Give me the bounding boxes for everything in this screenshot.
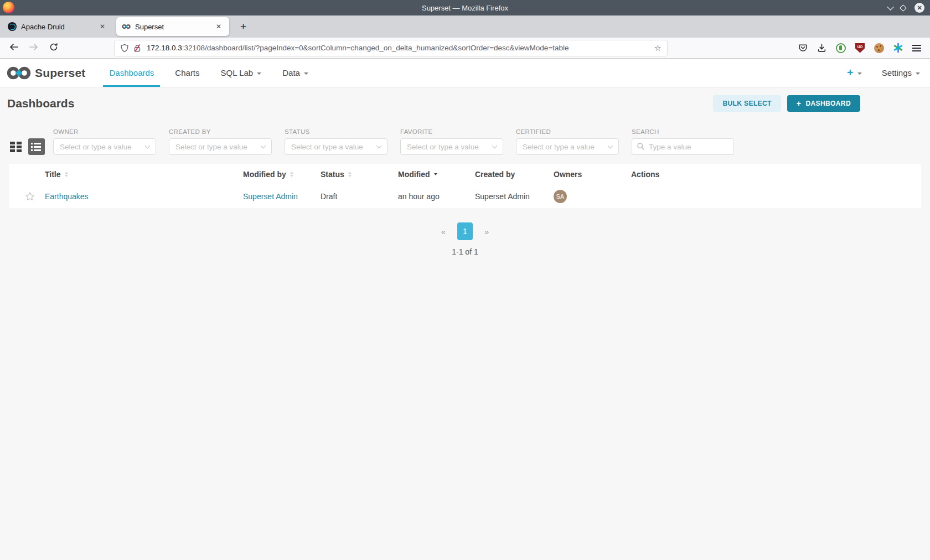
colorful-asterisk-icon[interactable]	[893, 43, 903, 53]
filter-label-created-by: CREATED BY	[169, 128, 272, 135]
brand-name: Superset	[35, 66, 85, 80]
chevron-down-icon	[916, 72, 920, 75]
pocket-icon[interactable]	[798, 43, 808, 53]
card-view-icon[interactable]	[10, 142, 22, 152]
tab-label: Superset	[135, 23, 164, 31]
tab-label: Apache Druid	[21, 23, 65, 31]
column-header-actions: Actions	[631, 170, 921, 179]
window-titlebar: Superset — Mozilla Firefox ✕	[0, 0, 930, 15]
main-nav: Dashboards Charts SQL Lab Data	[99, 59, 318, 87]
column-header-status[interactable]: Status	[321, 170, 398, 179]
page-title: Dashboards	[7, 97, 74, 110]
superset-brand[interactable]: Superset	[7, 66, 85, 80]
status-value: Draft	[321, 192, 398, 201]
url-bar[interactable]: 172.18.0.3:32108/dashboard/list/?pageInd…	[114, 40, 668, 56]
sort-desc-icon	[434, 173, 437, 175]
modified-value: an hour ago	[398, 192, 475, 201]
table-row: Earthquakes Superset Admin Draft an hour…	[9, 185, 921, 208]
tab-superset[interactable]: Superset ✕	[116, 17, 229, 36]
superset-favicon	[122, 22, 131, 31]
reload-icon[interactable]	[48, 43, 60, 54]
column-header-title[interactable]: Title	[45, 170, 243, 179]
filter-label-favorite: FAVORITE	[400, 128, 503, 135]
chevron-down-icon	[257, 72, 261, 75]
favorite-star-icon[interactable]	[25, 191, 35, 201]
sort-icon	[290, 172, 293, 177]
nav-data[interactable]: Data	[272, 59, 319, 87]
window-title: Superset — Mozilla Firefox	[0, 4, 930, 12]
ublock-origin-icon[interactable]: UO	[855, 43, 865, 53]
filter-label-status: STATUS	[285, 128, 388, 135]
owner-select[interactable]	[53, 138, 156, 155]
column-header-modified[interactable]: Modified	[398, 170, 475, 179]
superset-navbar: Superset Dashboards Charts SQL Lab Data …	[0, 59, 930, 87]
pagination-summary: 1-1 of 1	[0, 247, 930, 256]
created-by-value: Superset Admin	[475, 192, 554, 201]
settings-menu[interactable]: Settings	[882, 68, 920, 77]
downloads-icon[interactable]	[817, 43, 826, 53]
filter-label-search: SEARCH	[632, 128, 734, 135]
certified-select[interactable]	[516, 138, 619, 155]
bookmark-star-icon[interactable]: ☆	[654, 43, 662, 53]
pagination-page-1[interactable]: 1	[457, 222, 473, 240]
window-close-icon[interactable]: ✕	[914, 3, 924, 13]
created-by-select[interactable]	[169, 138, 272, 155]
plus-icon: +	[797, 99, 802, 108]
filter-label-certified: CERTIFIED	[516, 128, 619, 135]
tab-close-icon[interactable]: ✕	[214, 22, 224, 32]
chevron-down-icon	[304, 72, 308, 75]
browser-toolbar: 172.18.0.3:32108/dashboard/list/?pageInd…	[0, 38, 930, 59]
column-header-created-by: Created by	[475, 170, 554, 179]
dashboards-table: Title Modified by Status Modified Create…	[9, 164, 921, 208]
filter-bar: OWNER CREATED BY STATUS FAVORITE CERTIFI…	[10, 128, 921, 155]
privacy-badger-icon[interactable]	[836, 43, 846, 53]
nav-sql-lab[interactable]: SQL Lab	[210, 59, 272, 87]
dashboard-title-link[interactable]: Earthquakes	[45, 192, 89, 201]
new-tab-button[interactable]: +	[236, 20, 251, 33]
tracking-shield-icon[interactable]	[120, 44, 129, 53]
tab-close-icon[interactable]: ✕	[97, 22, 107, 32]
status-select[interactable]	[285, 138, 388, 155]
url-path: :32108/dashboard/list/?pageIndex=0&sortC…	[182, 44, 569, 52]
window-maximize-icon[interactable]	[900, 4, 907, 12]
nav-charts[interactable]: Charts	[164, 59, 210, 87]
back-icon[interactable]	[8, 43, 20, 54]
superset-logo-icon	[7, 66, 31, 80]
column-header-modified-by[interactable]: Modified by	[243, 170, 321, 179]
list-view-icon[interactable]	[28, 138, 45, 155]
url-text: 172.18.0.3:32108/dashboard/list/?pageInd…	[147, 44, 654, 52]
nav-dashboards[interactable]: Dashboards	[99, 59, 164, 87]
apache-druid-favicon	[8, 22, 17, 31]
sort-icon	[65, 172, 68, 177]
insecure-lock-icon[interactable]	[133, 44, 142, 53]
tab-apache-druid[interactable]: Apache Druid ✕	[2, 17, 113, 36]
search-input[interactable]	[632, 138, 734, 155]
owner-avatar: SA	[554, 190, 567, 203]
sort-icon	[348, 172, 352, 177]
firefox-logo-icon	[3, 2, 14, 13]
bulk-select-button[interactable]: BULK SELECT	[713, 95, 781, 112]
chevron-down-icon	[857, 72, 862, 75]
cookie-extension-icon[interactable]	[874, 43, 884, 53]
modified-by-link[interactable]: Superset Admin	[243, 192, 298, 201]
menu-hamburger-icon[interactable]	[912, 45, 921, 51]
url-host: 172.18.0.3	[147, 44, 182, 52]
pagination: « 1 »	[0, 222, 930, 240]
pagination-next-button[interactable]: »	[481, 225, 492, 238]
pagination-prev-button[interactable]: «	[438, 225, 449, 238]
filter-label-owner: OWNER	[53, 128, 156, 135]
forward-icon[interactable]	[28, 43, 40, 54]
column-header-owners: Owners	[554, 170, 631, 179]
tab-bar: Apache Druid ✕ Superset ✕ +	[0, 15, 930, 38]
favorite-select[interactable]	[400, 138, 503, 155]
add-new-menu[interactable]: +	[847, 66, 862, 79]
window-minimize-icon[interactable]	[887, 3, 894, 11]
new-dashboard-button[interactable]: +DASHBOARD	[787, 95, 860, 112]
